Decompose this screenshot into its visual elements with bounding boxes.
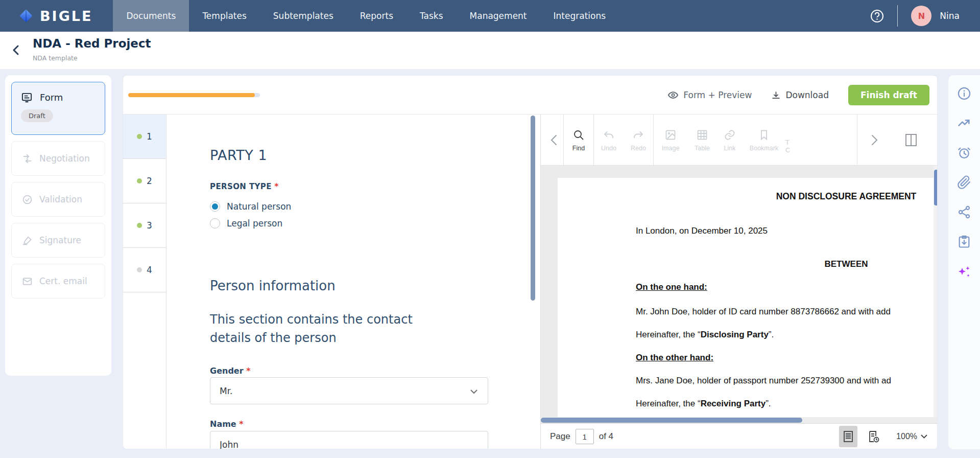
image-button: Image: [654, 114, 687, 166]
sidebar-item-form[interactable]: Form Draft: [11, 82, 105, 135]
step-3[interactable]: 3: [123, 203, 166, 248]
gender-select[interactable]: Mr.: [210, 377, 488, 404]
sidebar-item-label: Negotiation: [39, 153, 90, 164]
cert-email-icon: [22, 276, 33, 287]
chevron-down-icon: [470, 386, 477, 396]
toolbar-scroll-right[interactable]: [866, 114, 883, 166]
form-steps-rail: 1 2 3 4: [123, 114, 166, 449]
attachment-icon[interactable]: [957, 175, 971, 190]
nav-tab-subtemplates[interactable]: Subtemplates: [260, 0, 347, 32]
redo-icon: [632, 129, 644, 141]
document-page: NON DISCLOSURE AGREEMENT In London, on D…: [558, 178, 938, 417]
sidebar-item-negotiation: Negotiation: [11, 141, 105, 176]
step-2[interactable]: 2: [123, 159, 166, 203]
nav-tab-templates[interactable]: Templates: [189, 0, 259, 32]
radio-natural-person[interactable]: Natural person: [210, 201, 291, 212]
doc-other-hand-text: Mrs. Jane Doe, holder of passport number…: [636, 376, 891, 386]
page-header: NDA - Red Project NDA template: [0, 32, 980, 69]
page-label: Page: [550, 431, 570, 442]
document-preview: NON DISCLOSURE AGREEMENT In London, on D…: [541, 166, 938, 417]
right-utility-rail: [948, 75, 980, 449]
nav-tab-reports[interactable]: Reports: [347, 0, 407, 32]
save-to-clipboard-icon[interactable]: [957, 235, 971, 249]
download-label: Download: [785, 90, 829, 100]
name-label: Name *: [210, 419, 244, 429]
zoom-value: 100%: [896, 432, 917, 441]
sidebar-item-label: Cert. email: [39, 276, 87, 286]
share-icon[interactable]: [957, 205, 971, 219]
signature-icon: [22, 235, 33, 246]
table-icon: [696, 129, 708, 141]
page-number-input[interactable]: [576, 429, 594, 444]
zoom-control[interactable]: 100%: [896, 432, 927, 441]
nav-right: N Nina: [870, 0, 980, 32]
required-asterisk: *: [274, 182, 278, 191]
page-history-button[interactable]: [865, 426, 883, 447]
download-icon: [771, 90, 781, 100]
page-title: NDA - Red Project: [33, 37, 151, 50]
user-name: Nina: [940, 11, 960, 21]
bigle-logo-icon: [18, 8, 34, 24]
preview-horizontal-scrollbar[interactable]: [541, 417, 938, 423]
form-progress-bar: [128, 93, 260, 97]
radio-label: Legal person: [227, 218, 282, 228]
link-button: Link: [717, 114, 743, 166]
sidebar-item-label: Signature: [39, 235, 81, 245]
split-view-icon[interactable]: [904, 133, 918, 149]
brand-logo[interactable]: BIGLE: [0, 0, 113, 32]
preview-vertical-scrollbar-thumb[interactable]: [934, 170, 938, 205]
preview-horizontal-scrollbar-thumb[interactable]: [541, 418, 802, 423]
negotiation-icon: [22, 153, 33, 164]
app-screen: BIGLE Documents Templates Subtemplates R…: [0, 0, 980, 458]
person-type-label: PERSON TYPE *: [210, 182, 279, 191]
name-field[interactable]: [210, 431, 488, 449]
nav-tab-documents[interactable]: Documents: [113, 0, 189, 32]
radio-legal-person[interactable]: Legal person: [210, 218, 282, 228]
avatar: N: [911, 6, 931, 26]
validation-icon: [22, 194, 33, 205]
radio-icon: [210, 218, 220, 228]
nav-divider: [897, 5, 898, 27]
workspace-toolbar: Form + Preview Download Finish draft: [123, 76, 937, 114]
top-nav: BIGLE Documents Templates Subtemplates R…: [0, 0, 980, 32]
toolbar-scroll-left[interactable]: [545, 114, 562, 166]
step-4[interactable]: 4: [123, 248, 166, 292]
activity-icon[interactable]: [957, 116, 971, 130]
doc-one-hand-text: Mr. John Doe, holder of ID card number 8…: [636, 307, 891, 317]
user-menu[interactable]: N Nina: [911, 6, 960, 26]
doc-other-hand-heading: On the other hand:: [636, 353, 713, 363]
bookmark-icon: [758, 129, 770, 141]
download-button[interactable]: Download: [771, 90, 829, 100]
help-icon[interactable]: [870, 9, 884, 23]
page-count-label: of 4: [599, 431, 613, 442]
brand-name: BIGLE: [40, 8, 92, 24]
status-badge: Draft: [21, 109, 53, 122]
clipped-toolbar-button: T C: [785, 114, 796, 166]
form-scrollbar[interactable]: [531, 116, 535, 301]
nav-tab-management[interactable]: Management: [457, 0, 540, 32]
back-button[interactable]: [11, 44, 20, 58]
form-preview-label: Form + Preview: [683, 90, 752, 100]
document-workspace: Form + Preview Download Finish draft 1 2…: [123, 75, 938, 449]
info-icon[interactable]: [957, 86, 971, 101]
doc-disclosing-line: Hereinafter, the “Disclosing Party”.: [636, 330, 774, 340]
doc-intro: In London, on December 10, 2025: [636, 226, 768, 236]
form-icon: [21, 91, 33, 103]
doc-title: NON DISCLOSURE AGREEMENT: [558, 191, 938, 202]
page-view-button[interactable]: [839, 426, 857, 447]
ai-sparkles-icon[interactable]: [957, 264, 972, 280]
document-lines-icon: [843, 430, 853, 443]
eye-icon: [667, 89, 679, 101]
doc-receiving-line: Hereinafter, the “Receiving Party”.: [636, 399, 771, 409]
form-preview-toggle[interactable]: Form + Preview: [667, 89, 752, 101]
alarm-clock-icon[interactable]: [957, 146, 971, 160]
find-button[interactable]: Find: [564, 114, 593, 166]
finish-draft-button[interactable]: Finish draft: [848, 85, 929, 105]
nav-tab-integrations[interactable]: Integrations: [540, 0, 619, 32]
sidebar-item-label: Validation: [39, 194, 82, 204]
preview-panel: Find Undo Redo: [540, 114, 938, 449]
step-1[interactable]: 1: [123, 114, 166, 159]
nav-tab-tasks[interactable]: Tasks: [407, 0, 457, 32]
radio-label: Natural person: [227, 201, 291, 212]
progress-fill: [128, 93, 255, 97]
